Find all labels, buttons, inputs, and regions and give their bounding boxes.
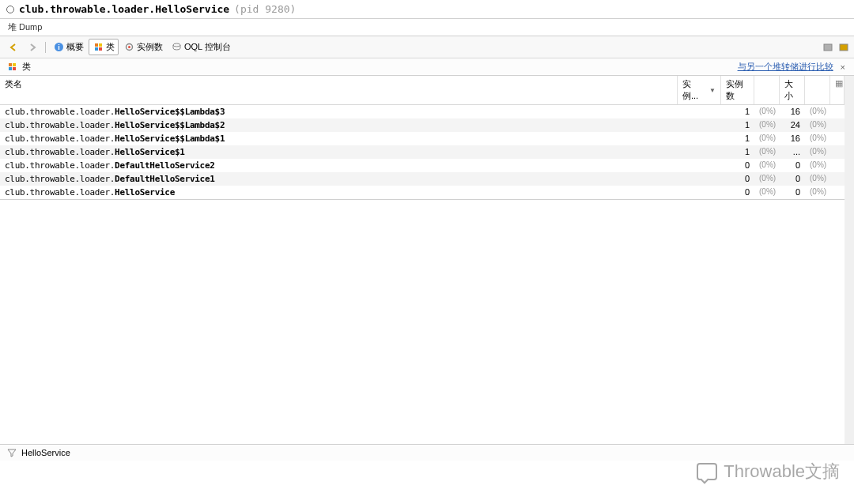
- cell-pct1: (0%): [754, 173, 780, 185]
- table-row[interactable]: club.throwable.loader.HelloService$11(0%…: [0, 145, 845, 159]
- table-row[interactable]: club.throwable.loader.HelloService0(0%)0…: [0, 186, 845, 199]
- cell-pct2: (0%): [805, 173, 830, 185]
- svg-rect-14: [13, 67, 16, 70]
- cell-inst: [678, 119, 721, 131]
- title-main: club.throwable.loader.HelloService: [19, 3, 229, 15]
- cell-count: 0: [721, 186, 754, 198]
- svg-rect-5: [99, 47, 102, 51]
- overview-button[interactable]: i 概要: [50, 39, 87, 55]
- cell-pct1: (0%): [754, 160, 780, 171]
- cell-pct2: (0%): [805, 146, 830, 158]
- nav-forward-button[interactable]: [24, 40, 41, 55]
- oql-label: OQL 控制台: [184, 41, 231, 53]
- cell-last: [830, 146, 845, 158]
- cell-count: 1: [721, 146, 754, 158]
- col-inst-label: 实例...: [682, 78, 706, 102]
- cell-size: 16: [780, 106, 805, 118]
- compare-link[interactable]: 与另一个堆转储进行比较: [738, 61, 833, 73]
- watermark: Throwable文摘: [697, 460, 840, 483]
- panel-close-button[interactable]: ×: [838, 62, 848, 72]
- cell-classname: club.throwable.loader.DefaultHelloServic…: [0, 173, 678, 185]
- cell-pct2: (0%): [805, 186, 830, 198]
- info-icon: i: [53, 42, 64, 53]
- nav-back-button[interactable]: [5, 40, 22, 55]
- col-pct1[interactable]: [754, 76, 780, 104]
- toolbar: i 概要 类 实例数 OQL 控制台: [0, 36, 854, 58]
- cell-inst: [678, 106, 721, 118]
- cell-count: 1: [721, 119, 754, 131]
- cell-classname: club.throwable.loader.HelloService: [0, 186, 678, 198]
- cell-last: [830, 106, 845, 118]
- table-row[interactable]: club.throwable.loader.DefaultHelloServic…: [0, 159, 845, 172]
- oql-button[interactable]: OQL 控制台: [168, 39, 234, 55]
- cell-classname: club.throwable.loader.HelloService$1: [0, 146, 678, 158]
- svg-rect-10: [840, 44, 848, 51]
- cell-size: 0: [780, 186, 805, 198]
- classes-label: 类: [106, 41, 115, 53]
- cell-count: 0: [721, 160, 754, 171]
- col-count[interactable]: 实例数: [721, 76, 754, 104]
- table-row[interactable]: club.throwable.loader.HelloService$$Lamb…: [0, 132, 845, 145]
- filter-icon[interactable]: [6, 447, 17, 458]
- classes-button[interactable]: 类: [89, 39, 119, 55]
- cell-size: ...: [780, 146, 805, 158]
- svg-text:i: i: [58, 43, 60, 51]
- cell-size: 24: [780, 119, 805, 131]
- cell-inst: [678, 146, 721, 158]
- cell-last: [830, 160, 845, 171]
- arrow-right-icon: [27, 42, 38, 53]
- cell-classname: club.throwable.loader.HelloService$$Lamb…: [0, 106, 678, 118]
- svg-rect-13: [9, 67, 12, 70]
- toolbar-icon-2[interactable]: [838, 42, 849, 53]
- title-bar: club.throwable.loader.HelloService (pid …: [0, 0, 854, 19]
- cell-classname: club.throwable.loader.DefaultHelloServic…: [0, 160, 678, 171]
- cell-size: 0: [780, 173, 805, 185]
- svg-rect-2: [95, 43, 98, 47]
- col-inst[interactable]: 实例... ▼: [678, 76, 721, 104]
- oql-icon: [171, 42, 182, 53]
- toolbar-separator: [45, 42, 46, 53]
- cell-pct1: (0%): [754, 133, 780, 145]
- cell-last: [830, 173, 845, 185]
- status-bar: HelloService: [0, 444, 854, 461]
- col-menu[interactable]: ▦: [830, 76, 845, 104]
- main-area: 类名 实例... ▼ 实例数 大小 ▦ club.throwable.loade…: [0, 76, 854, 444]
- cell-classname: club.throwable.loader.HelloService$$Lamb…: [0, 119, 678, 131]
- col-size[interactable]: 大小: [780, 76, 805, 104]
- svg-rect-3: [99, 43, 102, 47]
- svg-point-7: [128, 46, 130, 48]
- svg-point-8: [173, 43, 180, 47]
- cell-size: 16: [780, 133, 805, 145]
- overview-label: 概要: [66, 41, 84, 53]
- panel-header: 类 与另一个堆转储进行比较 ×: [0, 58, 854, 76]
- col-pct2[interactable]: [805, 76, 830, 104]
- panel-label: 类: [22, 61, 31, 73]
- svg-rect-11: [9, 63, 12, 66]
- cell-pct1: (0%): [754, 146, 780, 158]
- table-row[interactable]: club.throwable.loader.HelloService$$Lamb…: [0, 105, 845, 118]
- col-classname[interactable]: 类名: [0, 76, 678, 104]
- sort-indicator-icon: ▼: [709, 87, 716, 94]
- cell-pct1: (0%): [754, 186, 780, 198]
- arrow-left-icon: [8, 42, 19, 53]
- cell-last: [830, 186, 845, 198]
- cell-count: 1: [721, 106, 754, 118]
- cell-count: 0: [721, 173, 754, 185]
- instances-button[interactable]: 实例数: [120, 39, 166, 55]
- toolbar-icon-1[interactable]: [822, 42, 833, 53]
- svg-rect-12: [13, 63, 16, 66]
- instances-label: 实例数: [137, 41, 163, 53]
- classes-table: 类名 实例... ▼ 实例数 大小 ▦ club.throwable.loade…: [0, 76, 845, 200]
- cell-pct1: (0%): [754, 106, 780, 118]
- cell-pct2: (0%): [805, 106, 830, 118]
- table-body: club.throwable.loader.HelloService$$Lamb…: [0, 105, 845, 199]
- table-row[interactable]: club.throwable.loader.DefaultHelloServic…: [0, 172, 845, 186]
- app-icon: [6, 6, 14, 13]
- svg-rect-4: [95, 47, 98, 51]
- heap-dump-label: 堆 Dump: [0, 19, 854, 36]
- cell-pct1: (0%): [754, 119, 780, 131]
- panel-classes-icon: [6, 62, 17, 73]
- table-row[interactable]: club.throwable.loader.HelloService$$Lamb…: [0, 118, 845, 132]
- table-header: 类名 实例... ▼ 实例数 大小 ▦: [0, 76, 845, 105]
- cell-inst: [678, 133, 721, 145]
